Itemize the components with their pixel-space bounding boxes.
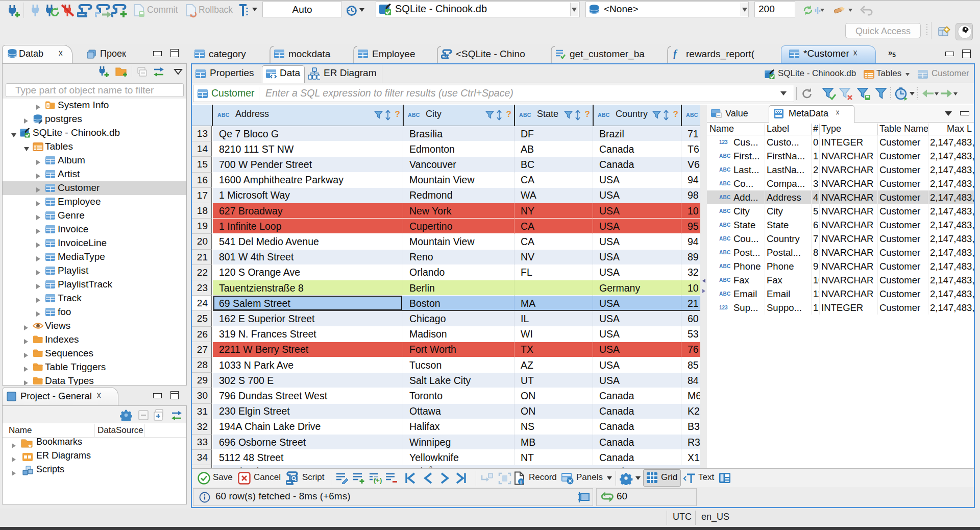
svg-text:i: i xyxy=(520,479,522,485)
svg-text:(+): (+) xyxy=(374,476,382,484)
